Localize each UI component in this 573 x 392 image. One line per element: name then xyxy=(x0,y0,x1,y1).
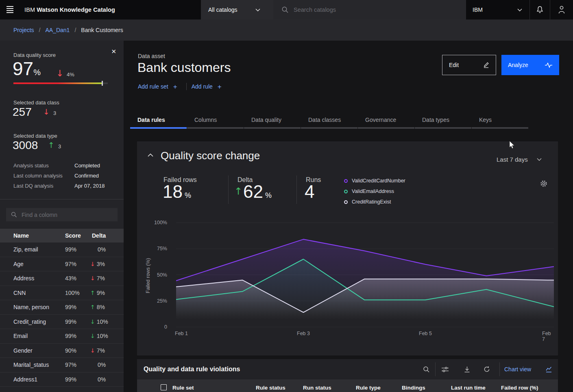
account-label: IBM xyxy=(473,6,483,13)
plus-icon[interactable]: + xyxy=(218,83,222,90)
x-tick-label: Feb 3 xyxy=(297,331,310,336)
table-row[interactable]: Zip, email99%0% xyxy=(0,243,124,257)
legend-item[interactable]: ValidCreditCardNumber xyxy=(344,175,405,186)
violations-title: Quality and data rule violations xyxy=(144,366,240,373)
column-score: 99% xyxy=(65,246,76,253)
analysis-value: Confirmed xyxy=(74,173,99,179)
violations-column-header[interactable]: Rule status xyxy=(256,385,285,391)
find-column-input[interactable] xyxy=(22,208,114,221)
quality-score-chart xyxy=(176,219,554,330)
y-tick-label: 75% xyxy=(142,246,167,251)
search-icon[interactable] xyxy=(421,364,431,375)
x-tick-label: Feb 1 xyxy=(175,331,188,336)
column-table-header: Name Score Delta xyxy=(0,229,124,243)
tab-underline xyxy=(301,127,357,129)
hamburger-menu-icon[interactable] xyxy=(7,6,15,13)
legend-item[interactable]: ValidEmailAddress xyxy=(344,186,405,197)
column-delta: ↓10% xyxy=(90,333,108,339)
violations-column-header[interactable]: Rule set xyxy=(172,385,194,391)
quality-score-change-card: Quality score change Last 7 days Failed … xyxy=(137,141,558,355)
legend-label: CreditRatingExist xyxy=(352,199,391,205)
close-icon[interactable]: ✕ xyxy=(111,48,116,55)
column-score: 97% xyxy=(65,261,76,267)
data-type-label: Selected data type xyxy=(13,133,57,139)
filter-sliders-icon[interactable] xyxy=(440,364,450,375)
violations-table-header: Rule setRule statusRun statusRule typeBi… xyxy=(137,379,558,392)
tab-underline xyxy=(244,127,301,129)
table-row[interactable]: Address43%↓7% xyxy=(0,271,124,286)
app-window: IBM Watson Knowledge Catalog All catalog… xyxy=(0,0,573,392)
column-name: Email xyxy=(13,333,28,339)
data-type-value: 3008 xyxy=(13,140,38,151)
tab-bar: Data rulesColumnsData qualityData classe… xyxy=(130,114,529,129)
chevron-down-icon xyxy=(517,9,522,11)
brand-name: Watson Knowledge Catalog xyxy=(37,6,115,13)
chevron-down-icon xyxy=(255,9,260,11)
tab-label: Keys xyxy=(479,117,492,123)
user-profile-icon[interactable] xyxy=(558,5,565,14)
violations-column-header[interactable]: Rule type xyxy=(356,385,381,391)
arrow-up-icon: ↑ xyxy=(90,290,95,296)
divider xyxy=(0,199,124,199)
brand-prefix: IBM xyxy=(24,6,35,13)
column-score: 90% xyxy=(65,347,76,354)
arrow-down-icon: ↓ xyxy=(90,347,95,354)
tab-columns[interactable]: Columns xyxy=(187,114,244,129)
analysis-row: Last column analysisConfirmed xyxy=(0,173,124,183)
tab-data-classes[interactable]: Data classes xyxy=(301,114,357,129)
tab-data-quality[interactable]: Data quality xyxy=(244,114,301,129)
dq-score-bar-fill xyxy=(13,82,102,84)
column-score: 43% xyxy=(65,275,76,282)
chevron-up-icon[interactable] xyxy=(148,154,153,157)
rule-actions: Add rule set + Add rule + xyxy=(138,83,226,90)
analysis-row: Last DQ analysisApr 07, 2018 xyxy=(0,183,124,193)
select-all-checkbox[interactable] xyxy=(161,384,167,390)
violations-column-header[interactable]: Run status xyxy=(303,385,331,391)
tab-label: Data classes xyxy=(308,117,341,123)
table-row[interactable]: Credit_rating99%↓10% xyxy=(0,315,124,329)
table-row[interactable]: Email99%↓10% xyxy=(0,329,124,344)
edit-button[interactable]: Edit xyxy=(442,55,496,75)
breadcrumb-item[interactable]: AA_Dan1 xyxy=(45,27,70,33)
analyze-button[interactable]: Analyze xyxy=(501,55,559,75)
add-rule-set-link[interactable]: Add rule set xyxy=(138,83,168,90)
tab-governance[interactable]: Governance xyxy=(358,114,414,129)
dq-score-value: 97% xyxy=(13,59,41,78)
catalog-selector[interactable]: All catalogs xyxy=(201,0,273,19)
plus-icon[interactable]: + xyxy=(173,83,177,90)
table-row[interactable]: Age97%↓3% xyxy=(0,257,124,272)
stat-value: ↑62% xyxy=(234,182,272,201)
tab-data-rules[interactable]: Data rules xyxy=(130,114,187,129)
refresh-icon[interactable] xyxy=(481,364,492,375)
table-row[interactable]: Marital_status97%0% xyxy=(0,358,124,373)
search-input[interactable] xyxy=(294,0,456,19)
add-rule-link[interactable]: Add rule xyxy=(192,83,213,90)
violations-column-header[interactable]: Last run time xyxy=(451,385,486,391)
column-delta: ↓3% xyxy=(90,261,105,267)
violations-column-header[interactable]: Failed row (%) xyxy=(501,385,538,391)
time-range-selector[interactable]: Last 7 days xyxy=(497,156,542,163)
breadcrumb-item[interactable]: Projects xyxy=(13,27,34,33)
table-row[interactable]: Address199%0% xyxy=(0,373,124,387)
legend-item[interactable]: CreditRatingExist xyxy=(344,197,405,207)
table-row[interactable]: CNN100%↑9% xyxy=(0,286,124,301)
account-selector[interactable]: IBM xyxy=(466,0,529,19)
column-delta: ↑9% xyxy=(90,290,105,296)
table-row[interactable]: Name, person99%↑8% xyxy=(0,300,124,315)
table-row[interactable]: Gender90%↓7% xyxy=(0,344,124,358)
line-chart-icon[interactable] xyxy=(546,366,552,373)
violations-column-header[interactable]: Bindings xyxy=(402,385,425,391)
column-delta: 0% xyxy=(98,362,106,368)
chart-view-toggle[interactable]: Chart view xyxy=(504,366,531,373)
download-icon[interactable] xyxy=(462,364,472,375)
y-tick-label: 0 xyxy=(142,324,167,330)
gear-icon[interactable] xyxy=(540,180,548,188)
tab-data-types[interactable]: Data types xyxy=(415,114,471,129)
tab-keys[interactable]: Keys xyxy=(472,114,528,129)
rule-violations-card: Quality and data rule violations Chart v… xyxy=(137,359,558,392)
data-quality-sidebar: ✕ Data quality score 97% ↓ 4% Selected d… xyxy=(0,41,124,392)
stat-value: 18% xyxy=(163,182,191,201)
tab-underline xyxy=(187,127,244,129)
arrow-down-icon: ↓ xyxy=(56,69,63,78)
notifications-bell-icon[interactable] xyxy=(536,6,544,14)
